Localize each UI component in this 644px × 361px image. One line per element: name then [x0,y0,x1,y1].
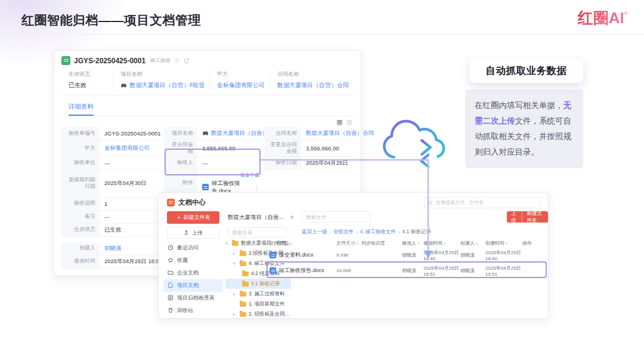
contract-link[interactable]: 数据大厦项目（自营）合同 [277,81,349,90]
upload-icon [184,229,189,236]
page-title: 红圈智能归档——项目文档管理 [21,12,201,29]
doc-center-title: 文档中心 [167,198,206,207]
upload-button-top[interactable]: 上传 [507,211,522,223]
breadcrumb-current: 4.1 验收记录 [402,229,431,236]
plus-icon: ＋ [177,214,182,221]
summary-fields: 生效状态 已生效 项目名称 数据大厦项目（自营）#租赁 甲方 金标集团有限公司 … [61,70,354,95]
logo-degree: ° [624,10,627,19]
cloud-sync-icon [376,109,451,175]
summary-field: 合同名称 数据大厦项目（自营）合同 [270,70,354,90]
search-icon [428,198,434,208]
search-file-input[interactable] [302,211,371,223]
chevron-down-icon[interactable]: ▾ [225,241,230,246]
breadcrumb-back[interactable]: 返回上一级 [302,229,327,236]
global-search-input[interactable] [436,200,537,205]
folder-icon [232,241,239,246]
partner-link[interactable]: 金标集团有限公司 [104,144,150,152]
new-folder-button[interactable]: ＋新建文件夹 [167,211,219,224]
top-action-buttons: 上传 新建文件夹 [507,211,548,223]
file-table: 文件类型▾ 文件大小▾ 同步知识库 修改人▾ 修改时间▾ 创建人▾ 创建时间▾ … [270,239,541,279]
sort-icon[interactable]: ▾ [444,241,445,245]
grid-view-icon[interactable]: ▦ [336,119,342,125]
nav-item-enterprise-docs[interactable]: 企业文档 [163,267,223,279]
more-actions-icon[interactable]: … [522,252,538,258]
batch-download-link[interactable]: 批量下载 [240,172,259,178]
tree-item[interactable]: 1. 项目前期文件 [225,299,291,309]
project-icon [120,82,127,89]
tab-bar: 详细资料 [61,95,354,116]
sidebar-nav: 最近访问 收藏 企业文档 项目文档 项目归档检查表 回收站 [163,242,223,317]
summary-field: 生效状态 已生效 [61,70,113,90]
global-search [424,197,541,208]
folder-icon [240,302,246,307]
file-table-header: 文件类型▾ 文件大小▾ 同步知识库 修改人▾ 修改时间▾ 创建人▾ 创建时间▾ … [270,239,541,248]
acceptance-code: JGYS-20250425-0001 [74,57,145,65]
nav-item-archive-checklist[interactable]: 项目归档检查表 [163,292,223,304]
upload-button[interactable]: 上传 [167,227,219,239]
callout-body: 在红圈内填写相关单据，无需二次上传文件，系统可自动抓取相关文件，并按照规则归入对… [465,90,583,168]
folder-icon [240,312,246,317]
acceptance-tag: 竣工验收 [150,57,171,64]
folder-icon [240,251,246,256]
nav-item-recent[interactable]: 最近访问 [163,242,223,254]
brand-logo: 红圈AI° [578,8,627,29]
table-row: 验收单编号 JGYS-20250425-0001 项目名称 数据大厦项目（自营）… [61,127,354,140]
checklist-icon [168,295,174,302]
breadcrumb-folder[interactable]: 4. 竣工验收文件 [360,229,395,236]
form-header: JGYS-20250425-0001 竣工验收 ☆ [61,56,354,65]
more-actions-icon[interactable]: … [522,268,538,273]
list-view-icon[interactable]: ▥ [346,119,352,125]
clock-icon [168,245,174,252]
star-icon[interactable]: ☆ [174,57,180,64]
nav-item-recycle-bin[interactable]: 回收站 [163,304,223,317]
tree-item-selected[interactable]: 4.1 验收记录 [225,279,291,289]
document-center-window: 文档中心 ＋新建文件夹 上传 数据大厦项目（自营... ＋ 返回上一级 | 全部… [158,192,549,319]
chevron-down-icon[interactable]: ▾ [233,261,237,266]
file-row-highlighted[interactable]: 竣工验收报告.docx 10.00K 胡晓溪 2025年04月25日 16:51… [270,263,541,279]
external-link-icon[interactable] [184,58,190,64]
document-icon [168,282,174,289]
folder-icon [240,261,246,266]
tab-detail[interactable]: 详细资料 [69,103,94,116]
more-actions-icon[interactable]: ⋮ [254,184,259,190]
breadcrumb-divider: | [330,229,331,235]
trash-icon [168,307,174,314]
doc-center-icon [167,199,175,206]
breadcrumb-all-files[interactable]: 全部文件 [333,229,354,236]
word-file-icon [202,184,209,190]
nav-item-favorites[interactable]: 收藏 [163,254,223,267]
callout-title: 自动抓取业务数据 [469,59,583,83]
acceptance-doc-icon [61,56,70,65]
chevron-right-icon: › [356,230,358,235]
creator-link[interactable]: 胡晓溪 [104,245,122,252]
summary-field: 项目名称 数据大厦项目（自营）#租赁 [113,70,209,90]
folder-icon [240,292,246,297]
tree-item[interactable]: ▸2. 招投标及合同... [225,309,291,319]
table-row: 验收单位 — 验收人 — 验收日期 2025年04月25日 [61,157,354,170]
project-selector[interactable]: 数据大厦项目（自营... [228,214,286,221]
add-project-icon[interactable]: ＋ [289,212,295,221]
chevron-right-icon: › [398,230,400,235]
project-icon [202,130,209,137]
chevron-right-icon[interactable]: ▸ [233,292,237,297]
partner-link[interactable]: 金标集团有限公司 [217,81,265,90]
search-directory-input[interactable] [228,227,286,237]
summary-field: 甲方 金标集团有限公司 [209,70,270,90]
nav-item-project-docs[interactable]: 项目文档 [163,279,223,292]
sort-icon[interactable]: ▾ [357,241,358,245]
project-link[interactable]: 数据大厦项目（自营）#租赁 [129,81,205,90]
folder-icon [242,271,249,276]
sort-icon[interactable]: ▾ [506,241,507,245]
tree-item[interactable]: ▸3. 施工过程资料 [225,289,291,299]
chevron-right-icon[interactable]: ▸ [233,251,237,256]
view-tools: ▦ ▥ [61,116,354,127]
new-folder-button-top[interactable]: 新建文件夹 [522,211,548,223]
file-row[interactable]: 提交资料.docx 9.93K 胡晓溪 2025年04月25日 18:40 胡晓… [270,248,541,263]
word-file-icon [270,252,276,258]
star-icon [168,257,174,264]
contract-link[interactable]: 数据大厦项目（自营）合同 [306,129,374,137]
chevron-right-icon[interactable]: ▸ [233,312,237,317]
sort-icon[interactable]: ▾ [476,241,478,245]
sort-icon[interactable]: ▾ [417,241,419,245]
sort-icon[interactable]: ▾ [290,241,292,245]
